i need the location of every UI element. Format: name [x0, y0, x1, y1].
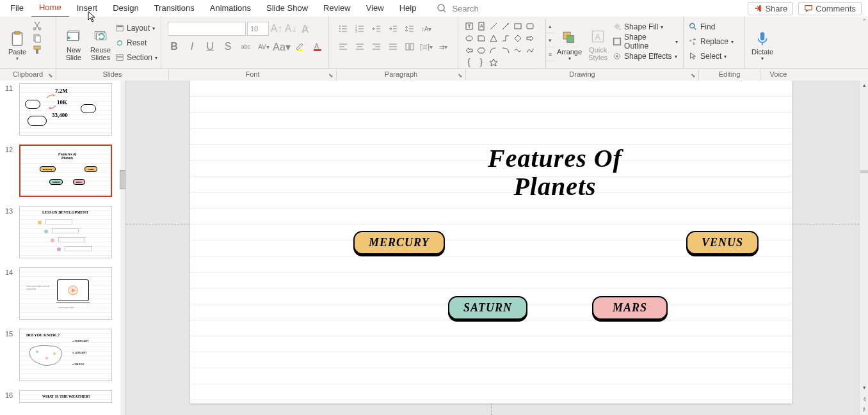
- prev-slide-icon[interactable]: ⦉: [860, 395, 868, 403]
- shape-fill-button[interactable]: Shape Fill▾: [613, 20, 678, 33]
- collapse-ribbon-icon[interactable]: ⌃: [862, 18, 867, 25]
- char-spacing-button[interactable]: AV▾: [257, 41, 270, 52]
- numbering-button[interactable]: 123: [353, 23, 366, 35]
- columns-button[interactable]: [403, 41, 416, 52]
- shape-freeform-icon[interactable]: [524, 45, 535, 56]
- shape-hexagon-icon[interactable]: [476, 45, 486, 56]
- align-right-button[interactable]: [370, 41, 383, 52]
- shape-mars[interactable]: MARS: [592, 296, 668, 320]
- tab-file[interactable]: File: [5, 1, 31, 17]
- tab-review[interactable]: Review: [316, 1, 358, 17]
- decrease-font-icon[interactable]: A↓: [284, 23, 297, 35]
- shape-curve1-icon[interactable]: [488, 45, 499, 56]
- align-text-button[interactable]: [☰]▾: [420, 41, 433, 52]
- tab-animations[interactable]: Animations: [202, 1, 259, 17]
- shadow-button[interactable]: abc: [239, 41, 252, 52]
- line-spacing-button[interactable]: [403, 23, 416, 35]
- slide-thumbnails-panel[interactable]: 11 7.2M 10K 33,400 12 Features of Planet…: [0, 81, 126, 415]
- shape-mercury[interactable]: MERCURY: [353, 231, 445, 254]
- paste-button[interactable]: Paste ▾: [4, 19, 31, 63]
- quick-styles-button[interactable]: A Quick Styles: [584, 19, 611, 63]
- font-size-input[interactable]: [247, 22, 269, 36]
- shape-larrow-icon[interactable]: [463, 45, 474, 56]
- tab-design[interactable]: Design: [105, 1, 146, 17]
- clipboard-dialog-launcher[interactable]: ⬊: [47, 72, 54, 80]
- shape-diamond-icon[interactable]: [512, 33, 523, 43]
- tab-view[interactable]: View: [358, 1, 392, 17]
- tab-help[interactable]: Help: [392, 1, 424, 17]
- shapes-gallery[interactable]: A {: [462, 19, 545, 69]
- copy-icon[interactable]: [32, 33, 42, 43]
- shape-oval-icon[interactable]: [463, 33, 474, 43]
- change-case-button[interactable]: Aa▾: [275, 41, 288, 52]
- shape-saturn[interactable]: SATURN: [448, 296, 527, 320]
- thumbnail-13[interactable]: 13 LESSON DEVELOPMENT: [0, 200, 125, 261]
- font-color-button[interactable]: A: [311, 41, 324, 52]
- reset-button[interactable]: Reset: [115, 36, 157, 49]
- increase-indent-button[interactable]: [387, 23, 399, 35]
- dictate-button[interactable]: Dictate ▾: [749, 19, 776, 63]
- slide-edit-area[interactable]: Features of Planets MERCURY VENUS SATURN…: [126, 81, 868, 415]
- format-painter-icon[interactable]: [32, 45, 42, 55]
- decrease-indent-button[interactable]: [370, 23, 383, 35]
- reuse-slides-button[interactable]: Reuse Slides: [87, 19, 114, 63]
- shape-star-icon[interactable]: [488, 57, 499, 68]
- edit-vertical-scrollbar[interactable]: ▴ ▾ ⦉ ⦊: [859, 81, 868, 415]
- gallery-more-icon[interactable]: ≡: [546, 47, 554, 61]
- arrange-button[interactable]: Arrange ▾: [554, 19, 584, 63]
- thumbnail-11[interactable]: 11 7.2M 10K 33,400: [0, 81, 125, 138]
- shape-rbrace-icon[interactable]: }: [476, 57, 486, 68]
- highlight-button[interactable]: [293, 41, 306, 52]
- shape-curve2-icon[interactable]: [500, 45, 511, 56]
- drawing-dialog-launcher[interactable]: ⬊: [689, 72, 697, 80]
- search-input[interactable]: Search: [452, 4, 478, 13]
- paragraph-dialog-launcher[interactable]: ⬊: [456, 72, 464, 80]
- font-dialog-launcher[interactable]: ⬊: [327, 72, 335, 80]
- comments-button[interactable]: Comments: [798, 2, 862, 15]
- thumbnails-scroll-handle[interactable]: [120, 170, 126, 189]
- next-slide-icon[interactable]: ⦊: [860, 405, 868, 414]
- find-button[interactable]: Find: [689, 20, 734, 33]
- section-button[interactable]: Section ▾: [115, 51, 157, 64]
- smartart-button[interactable]: ⇉▾: [437, 41, 449, 52]
- shape-rarrow-icon[interactable]: [524, 33, 535, 43]
- thumbnails-scrollbar[interactable]: [120, 81, 125, 415]
- shape-rect-icon[interactable]: [512, 20, 523, 31]
- scroll-thumb[interactable]: [860, 170, 868, 173]
- layout-button[interactable]: Layout ▾: [115, 22, 157, 35]
- shape-snip-icon[interactable]: [476, 33, 486, 43]
- slide-canvas[interactable]: Features of Planets MERCURY VENUS SATURN…: [190, 81, 792, 403]
- select-button[interactable]: Select▾: [689, 50, 734, 63]
- align-left-button[interactable]: [337, 41, 350, 52]
- replace-button[interactable]: ab Replace▾: [689, 35, 734, 48]
- thumbnail-14[interactable]: 14 Lorem ipsum dolor sit amet consectetu…: [0, 261, 125, 322]
- shape-arrow-line-icon[interactable]: [500, 20, 511, 31]
- cut-icon[interactable]: [32, 20, 42, 31]
- scroll-down-icon[interactable]: ▾: [860, 383, 868, 392]
- bullets-button[interactable]: [337, 23, 350, 35]
- shape-elbow-icon[interactable]: [500, 33, 511, 43]
- thumbnail-12[interactable]: 12 Features of Planets mercury venus sat…: [0, 138, 125, 200]
- shapes-gallery-scroll[interactable]: ▴ ▾ ≡: [545, 19, 554, 69]
- shape-wave-icon[interactable]: [512, 45, 523, 56]
- share-button[interactable]: Share: [748, 2, 793, 15]
- gallery-up-icon[interactable]: ▴: [546, 19, 554, 33]
- bold-button[interactable]: B: [168, 41, 181, 52]
- new-slide-button[interactable]: New Slide: [60, 19, 87, 63]
- tab-home[interactable]: Home: [31, 0, 69, 17]
- justify-button[interactable]: [387, 41, 399, 52]
- align-center-button[interactable]: [353, 41, 366, 52]
- font-name-input[interactable]: [168, 22, 246, 36]
- slide-title[interactable]: Features of Planets: [427, 145, 683, 201]
- shape-lbrace-icon[interactable]: {: [463, 57, 474, 68]
- shape-outline-button[interactable]: Shape Outline▾: [613, 35, 678, 48]
- increase-font-icon[interactable]: A↑: [270, 23, 283, 35]
- thumbnail-15[interactable]: 15 DID YOU KNOW..? ● FEBRUARY ● JANUARY …: [0, 322, 125, 384]
- gallery-down-icon[interactable]: ▾: [546, 33, 554, 47]
- thumbnail-16[interactable]: 16 WHAT IS THE WEATHER?: [0, 384, 125, 405]
- shape-textbox-icon[interactable]: [463, 20, 474, 31]
- text-direction-button[interactable]: ↕A▾: [420, 23, 433, 35]
- shape-venus[interactable]: VENUS: [686, 231, 759, 254]
- clear-format-icon[interactable]: A̷: [298, 23, 311, 35]
- underline-button[interactable]: U: [204, 41, 216, 52]
